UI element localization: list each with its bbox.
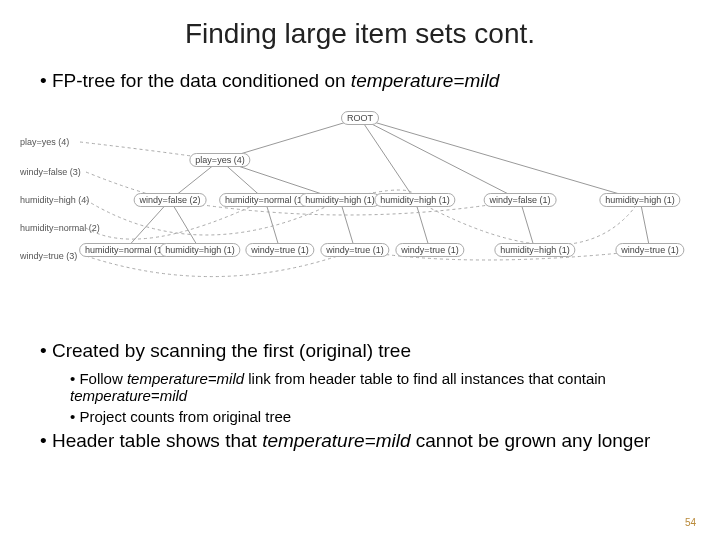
node-windy-true-1d: windy=true (1) [615, 243, 684, 257]
node-humidity-normal-1a: humidity=normal (1) [219, 193, 311, 207]
svg-line-3 [360, 118, 640, 200]
node-humidity-high-leaf: humidity=high (1) [159, 243, 240, 257]
node-windy-false-1: windy=false (1) [484, 193, 557, 207]
node-play-yes: play=yes (4) [189, 153, 250, 167]
bullet-fptree: FP-tree for the data conditioned on temp… [40, 70, 680, 92]
bullet-created: Created by scanning the first (original)… [40, 340, 680, 362]
svg-line-2 [360, 118, 520, 200]
page-number: 54 [685, 517, 696, 528]
node-humidity-high-1c: humidity=high (1) [599, 193, 680, 207]
header-humidity-normal: humidity=normal (2) [20, 223, 100, 233]
header-windy-false: windy=false (3) [20, 167, 81, 177]
bullet-follow-link: Follow temperature=mild link from header… [70, 370, 680, 405]
node-humidity-high-1b: humidity=high (1) [374, 193, 455, 207]
node-windy-true-1b: windy=true (1) [320, 243, 389, 257]
node-windy-true-1c: windy=true (1) [395, 243, 464, 257]
bullet-project-counts: Project counts from original tree [70, 408, 680, 425]
node-windy-true-1a: windy=true (1) [245, 243, 314, 257]
node-windy-false-2: windy=false (2) [134, 193, 207, 207]
header-humidity-high: humidity=high (4) [20, 195, 89, 205]
fp-tree-diagram: play=yes (4) windy=false (3) humidity=hi… [20, 100, 700, 330]
node-humidity-high-1a: humidity=high (1) [299, 193, 380, 207]
node-root: ROOT [341, 111, 379, 125]
node-humidity-normal-leaf: humidity=normal (1) [79, 243, 171, 257]
svg-line-1 [360, 118, 415, 200]
bullet-header-table: Header table shows that temperature=mild… [40, 430, 680, 452]
slide-title: Finding large item sets cont. [40, 18, 680, 50]
header-play-yes: play=yes (4) [20, 137, 69, 147]
header-windy-true: windy=true (3) [20, 251, 77, 261]
node-humidity-high-1d: humidity=high (1) [494, 243, 575, 257]
